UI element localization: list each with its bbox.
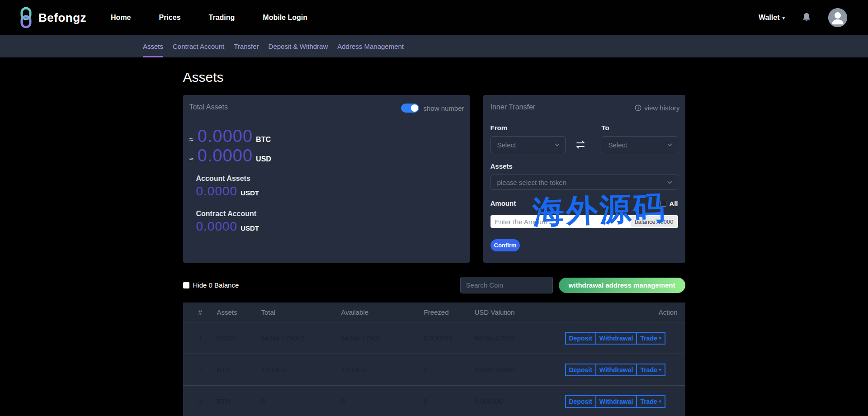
trade-dropdown-button[interactable]: Trade ▾: [636, 395, 665, 408]
cell-asset: ETH: [217, 397, 261, 405]
col-assets: Assets: [217, 308, 261, 316]
cell-available: 0: [341, 397, 424, 405]
cell-index: 3: [198, 397, 217, 405]
navbar-right: Wallet ▾: [759, 8, 847, 27]
contract-account-value: 0.0000: [196, 219, 238, 234]
subnav-item-assets[interactable]: Assets: [143, 35, 163, 57]
wallet-label: Wallet: [759, 14, 780, 22]
wallet-subnav: Assets Contract Account Transfer Deposit…: [0, 35, 868, 57]
amount-input[interactable]: [491, 215, 632, 228]
hide-zero-checkbox[interactable]: [183, 282, 189, 288]
chevron-down-icon: ▾: [659, 367, 661, 372]
total-btc-unit: BTC: [256, 136, 271, 144]
account-assets-unit: USDT: [241, 189, 259, 197]
search-coin-input[interactable]: [460, 277, 553, 293]
subnav-item-transfer[interactable]: Transfer: [234, 35, 259, 57]
cell-freezed: 0.000002: [424, 334, 475, 342]
total-assets-title: Total Assets: [189, 103, 228, 111]
clock-icon: [635, 104, 642, 111]
row-actions: Deposit Withdrawal Trade ▾: [565, 364, 705, 376]
transfer-all-group: All: [660, 200, 678, 208]
swap-direction-icon[interactable]: [572, 139, 589, 150]
col-index: #: [198, 308, 217, 316]
nav-item-home[interactable]: Home: [111, 14, 131, 22]
cell-asset: USDT: [217, 334, 261, 342]
subnav-item-deposit-withdraw[interactable]: Deposit & Withdraw: [269, 35, 328, 57]
main-content: Assets Total Assets show number ≈ 0.0000…: [183, 70, 685, 416]
brand[interactable]: Befongz: [20, 7, 86, 28]
view-history-label: view history: [644, 104, 679, 112]
cell-usd-valuation: 64794.17505: [475, 334, 565, 342]
deposit-button[interactable]: Deposit: [565, 332, 596, 345]
bell-icon[interactable]: [802, 13, 811, 23]
approx-sign: ≈: [189, 155, 193, 164]
token-select[interactable]: please select the token: [491, 175, 678, 190]
approx-sign: ≈: [189, 135, 193, 144]
view-history-link[interactable]: view history: [635, 104, 679, 112]
cell-total: 64794.175052: [261, 334, 341, 342]
to-select[interactable]: Select: [602, 136, 678, 153]
confirm-button[interactable]: Confirm: [491, 239, 520, 251]
balance-suffix: balance: .0000: [631, 216, 677, 227]
cell-index: 1: [198, 334, 217, 342]
assets-label: Assets: [491, 162, 513, 170]
cell-usd-valuation: 31032.80366: [475, 366, 565, 373]
filter-bar: Hide 0 Balance withdrawal address manage…: [183, 277, 685, 293]
amount-label: Amount: [491, 199, 516, 207]
brand-logo-icon: [20, 7, 32, 28]
deposit-button[interactable]: Deposit: [565, 364, 596, 376]
row-actions: Deposit Withdrawal Trade ▾: [565, 395, 705, 408]
all-label: All: [669, 200, 678, 208]
nav-item-prices[interactable]: Prices: [159, 14, 181, 22]
show-number-label: show number: [423, 104, 464, 112]
cell-freezed: 0: [424, 366, 475, 373]
table-row: 3 ETH 0 0 0 0.000000 Deposit Withdrawal …: [183, 385, 685, 416]
nav-item-trading[interactable]: Trading: [209, 14, 235, 22]
top-navbar: Befongz Home Prices Trading Mobile Login…: [0, 0, 868, 35]
chevron-down-icon: [555, 143, 560, 147]
trade-dropdown-button[interactable]: Trade ▾: [636, 332, 665, 345]
from-select[interactable]: Select: [491, 136, 566, 153]
chevron-down-icon: [667, 143, 672, 147]
nav-item-mobile-login[interactable]: Mobile Login: [263, 14, 307, 22]
total-assets-card: Total Assets show number ≈ 0.0000 BTC ≈ …: [183, 95, 470, 263]
cell-usd-valuation: 0.000000: [475, 397, 565, 405]
withdrawal-button[interactable]: Withdrawal: [595, 395, 637, 408]
total-usd-value: 0.0000: [198, 146, 253, 165]
contract-account-unit: USDT: [241, 224, 259, 232]
avatar[interactable]: [828, 8, 847, 27]
cell-available: 1.018137: [341, 366, 424, 373]
withdrawal-button[interactable]: Withdrawal: [595, 364, 637, 376]
total-usd-line: ≈ 0.0000 USD: [189, 146, 271, 165]
withdrawal-address-management-button[interactable]: withdrawal address management: [559, 278, 685, 293]
chevron-down-icon: [667, 181, 672, 184]
chevron-down-icon: ▾: [659, 399, 661, 404]
account-assets-value: 0.0000: [196, 184, 238, 199]
wallet-dropdown[interactable]: Wallet ▾: [759, 14, 785, 22]
table-row: 1 USDT 64794.175052 64794.17505 0.000002…: [183, 322, 685, 354]
show-number-toggle[interactable]: [401, 104, 419, 113]
brand-name: Befongz: [38, 11, 86, 25]
account-assets-block: Account Assets 0.0000 USDT: [196, 175, 259, 199]
cell-index: 2: [198, 366, 217, 373]
page-title: Assets: [183, 70, 685, 85]
all-checkbox[interactable]: [660, 201, 666, 207]
amount-field-wrap: balance: .0000: [491, 215, 678, 228]
col-total: Total: [261, 308, 341, 316]
row-actions: Deposit Withdrawal Trade ▾: [565, 332, 705, 345]
table-row: 2 BTC 1.018137 1.018137 0 31032.80366 De…: [183, 354, 685, 385]
total-btc-line: ≈ 0.0000 BTC: [189, 127, 271, 146]
withdrawal-button[interactable]: Withdrawal: [595, 332, 637, 345]
cell-total: 0: [261, 397, 341, 405]
deposit-button[interactable]: Deposit: [565, 395, 596, 408]
trade-dropdown-button[interactable]: Trade ▾: [636, 364, 665, 376]
from-label: From: [491, 124, 508, 132]
from-select-value: Select: [497, 141, 555, 149]
hide-zero-balance[interactable]: Hide 0 Balance: [183, 281, 239, 289]
subnav-item-contract-account[interactable]: Contract Account: [173, 35, 224, 57]
col-usd-valuation: USD Valution: [475, 308, 565, 316]
to-select-value: Select: [609, 141, 667, 149]
cell-asset: BTC: [217, 366, 261, 373]
chevron-down-icon: ▾: [659, 336, 661, 340]
subnav-item-address-management[interactable]: Address Management: [337, 35, 404, 57]
